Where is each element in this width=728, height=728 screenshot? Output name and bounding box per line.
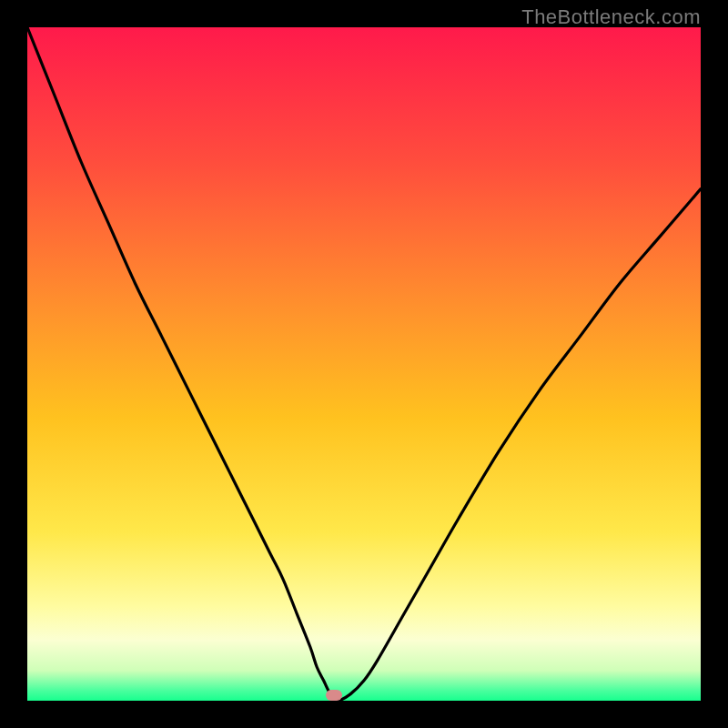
plot-area xyxy=(27,27,701,701)
optimum-marker xyxy=(326,690,342,701)
svg-rect-0 xyxy=(27,27,701,701)
watermark-text: TheBottleneck.com xyxy=(521,5,701,29)
background-gradient xyxy=(27,27,701,701)
chart-container: TheBottleneck.com xyxy=(0,0,728,728)
